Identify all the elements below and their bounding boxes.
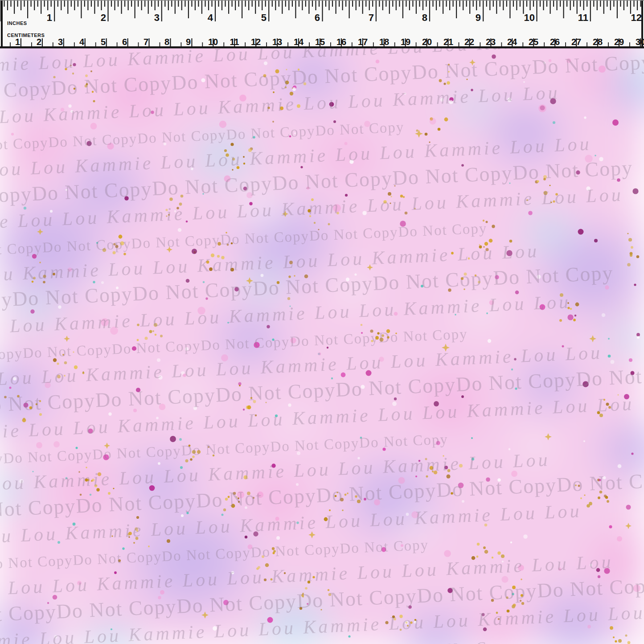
svg-text:2: 2	[37, 37, 41, 47]
svg-text:6: 6	[122, 37, 127, 47]
svg-text:20: 20	[422, 37, 432, 47]
svg-text:3: 3	[58, 37, 63, 47]
svg-text:27: 27	[571, 37, 581, 47]
svg-text:9: 9	[476, 12, 481, 23]
svg-text:2: 2	[101, 12, 106, 23]
svg-text:6: 6	[315, 12, 320, 23]
svg-text:12: 12	[251, 37, 261, 47]
svg-text:16: 16	[336, 37, 346, 47]
svg-text:28: 28	[593, 37, 603, 47]
svg-text:29: 29	[614, 37, 624, 47]
svg-text:14: 14	[294, 37, 304, 47]
svg-text:4: 4	[208, 12, 213, 23]
svg-text:4: 4	[79, 37, 85, 47]
svg-text:26: 26	[550, 37, 560, 47]
svg-text:22: 22	[464, 37, 474, 47]
svg-text:INCHES: INCHES	[7, 21, 27, 26]
svg-text:9: 9	[186, 37, 191, 47]
svg-text:8: 8	[422, 12, 427, 23]
svg-text:10: 10	[208, 37, 218, 47]
svg-text:21: 21	[443, 37, 453, 47]
svg-text:24: 24	[507, 37, 517, 47]
svg-text:3: 3	[154, 12, 160, 23]
svg-text:5: 5	[101, 37, 106, 47]
svg-text:25: 25	[529, 37, 538, 47]
svg-text:7: 7	[144, 37, 148, 47]
svg-text:19: 19	[401, 37, 410, 47]
svg-text:13: 13	[272, 37, 282, 47]
svg-text:12: 12	[631, 12, 642, 23]
svg-text:7: 7	[369, 12, 374, 23]
svg-text:15: 15	[315, 37, 325, 47]
svg-text:11: 11	[230, 37, 239, 47]
svg-text:18: 18	[379, 37, 389, 47]
svg-text:11: 11	[578, 12, 588, 23]
svg-text:10: 10	[524, 12, 535, 23]
svg-text:1: 1	[47, 12, 52, 23]
svg-text:1: 1	[15, 37, 20, 47]
svg-text:17: 17	[358, 37, 368, 47]
svg-text:23: 23	[486, 37, 496, 47]
svg-text:8: 8	[164, 37, 169, 47]
svg-text:5: 5	[261, 12, 267, 23]
